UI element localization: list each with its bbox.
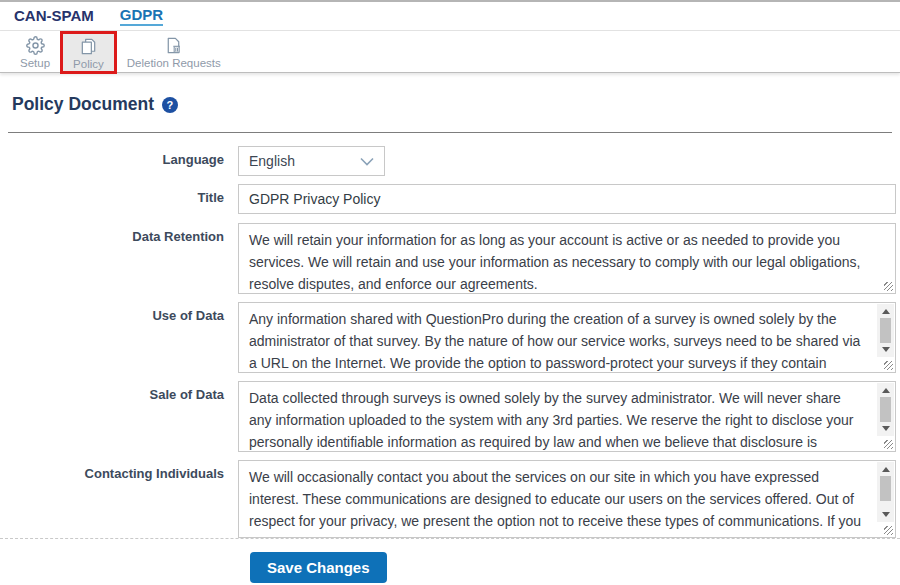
scrollbar-thumb[interactable] [880,397,891,422]
textarea-scrollbar[interactable] [877,383,894,436]
language-select-value: English [249,153,360,169]
scroll-up-icon[interactable] [882,467,890,472]
contacting-individuals-text: We will occasionally contact you about t… [239,461,895,537]
sale-of-data-row: Sale of Data Data collected through surv… [0,381,900,452]
title-input[interactable] [238,184,896,214]
tab-bar: CAN-SPAM GDPR [0,0,900,31]
language-label: Language [0,146,238,167]
toolbar-item-label: Deletion Requests [127,57,221,69]
data-retention-label: Data Retention [0,223,238,244]
sale-of-data-textarea[interactable]: Data collected through surveys is owned … [238,381,896,452]
toolbar-item-setup[interactable]: Setup [10,31,60,72]
data-retention-textarea[interactable]: We will retain your information for as l… [238,223,896,294]
title-row: Title [0,184,900,214]
title-divider [8,132,892,133]
page-header: Policy Document ? [12,94,888,115]
policy-form: Language English Title Data Retention [0,146,900,538]
page-title: Policy Document [12,94,154,115]
contacting-individuals-textarea[interactable]: We will occasionally contact you about t… [238,460,896,538]
use-of-data-label: Use of Data [0,302,238,323]
toolbar-item-label: Policy [73,58,104,70]
section-divider [0,538,900,539]
scroll-down-icon[interactable] [882,347,890,352]
help-icon[interactable]: ? [162,97,178,113]
toolbar-item-label: Setup [20,57,50,69]
toolbar-item-policy[interactable]: Policy [60,31,117,74]
use-of-data-text: Any information shared with QuestionPro … [239,303,895,372]
toolbar-item-deletion-requests[interactable]: Deletion Requests [117,31,231,72]
gear-icon [26,36,45,55]
toolbar: Setup Policy Deletion Requests [0,31,900,73]
scroll-down-icon[interactable] [882,512,890,517]
save-changes-button[interactable]: Save Changes [250,552,387,583]
document-copy-icon [79,37,98,56]
data-retention-text: We will retain your information for as l… [239,224,895,293]
contacting-individuals-label: Contacting Individuals [0,460,238,481]
content-area: Policy Document ? Language English Title [0,94,900,583]
language-row: Language English [0,146,900,176]
tab-can-spam[interactable]: CAN-SPAM [14,7,94,25]
sale-of-data-text: Data collected through surveys is owned … [239,382,895,451]
scroll-down-icon[interactable] [882,426,890,431]
textarea-scrollbar[interactable] [877,304,894,357]
textarea-scrollbar[interactable] [877,462,894,522]
contacting-individuals-row: Contacting Individuals We will occasiona… [0,460,900,538]
chevron-down-icon [360,153,374,169]
document-trash-icon [164,36,183,55]
scrollbar-thumb[interactable] [880,318,891,343]
scroll-up-icon[interactable] [882,388,890,393]
title-label: Title [0,184,238,205]
data-retention-row: Data Retention We will retain your infor… [0,223,900,294]
scroll-up-icon[interactable] [882,309,890,314]
use-of-data-row: Use of Data Any information shared with … [0,302,900,373]
sale-of-data-label: Sale of Data [0,381,238,402]
language-select[interactable]: English [238,146,385,176]
scrollbar-thumb[interactable] [880,476,891,501]
tab-gdpr[interactable]: GDPR [120,6,163,26]
use-of-data-textarea[interactable]: Any information shared with QuestionPro … [238,302,896,373]
